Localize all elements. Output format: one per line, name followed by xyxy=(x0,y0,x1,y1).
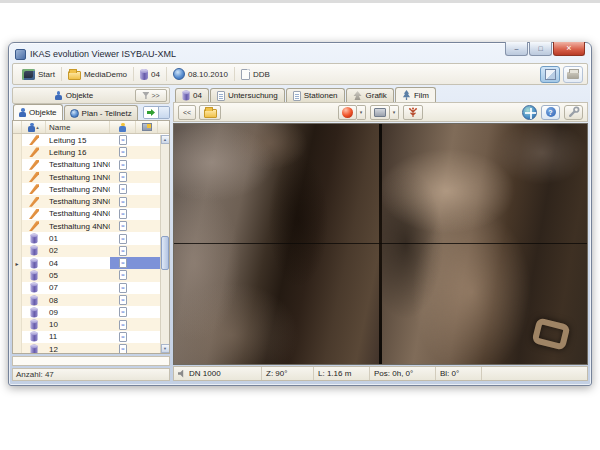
row-name[interactable]: 07 xyxy=(46,282,110,294)
table-row[interactable]: 10 xyxy=(13,318,160,330)
row-name[interactable]: Testhaltung 1NN01 xyxy=(46,159,110,171)
film-view[interactable] xyxy=(173,123,588,365)
table-row[interactable]: ▸04 xyxy=(13,257,160,269)
scrollbar-thumb[interactable] xyxy=(161,236,169,270)
tab-grafik[interactable]: Grafik xyxy=(346,88,394,102)
open-folder-button[interactable] xyxy=(199,105,221,120)
record-button[interactable] xyxy=(338,105,357,120)
row-selector-cell[interactable] xyxy=(13,343,22,353)
row-film-cell[interactable] xyxy=(110,134,136,146)
row-selector-cell[interactable] xyxy=(13,220,22,232)
display-dropdown-button[interactable]: ▾ xyxy=(390,105,399,120)
tab-film[interactable]: Film xyxy=(395,87,436,102)
row-selector-cell[interactable] xyxy=(13,245,22,257)
close-button[interactable]: × xyxy=(553,42,585,56)
tab-objekte[interactable]: Objekte xyxy=(13,104,63,120)
row-name[interactable]: 02 xyxy=(46,245,110,257)
row-selector-cell[interactable] xyxy=(13,294,22,306)
row-film-cell[interactable] xyxy=(110,282,136,294)
table-row[interactable]: 08 xyxy=(13,294,160,306)
record-dropdown-button[interactable]: ▾ xyxy=(357,105,366,120)
row-name[interactable]: Leitung 15 xyxy=(46,134,110,146)
row-name[interactable]: 11 xyxy=(46,331,110,343)
row-name[interactable]: Testhaltung 3NN01 xyxy=(46,195,110,207)
table-row[interactable]: 09 xyxy=(13,306,160,318)
row-name[interactable]: 10 xyxy=(46,318,110,330)
table-row[interactable]: Testhaltung 1NN01 xyxy=(13,159,160,171)
row-name[interactable]: 09 xyxy=(46,306,110,318)
table-row[interactable]: Testhaltung 1NN02 xyxy=(13,171,160,183)
row-film-cell[interactable] xyxy=(110,159,136,171)
header-name-column[interactable]: Name xyxy=(46,121,110,133)
row-film-cell[interactable] xyxy=(110,269,136,281)
row-name[interactable]: 01 xyxy=(46,232,110,244)
row-film-cell[interactable] xyxy=(110,146,136,158)
row-name[interactable]: Testhaltung 2NN01 xyxy=(46,183,110,195)
back-button[interactable]: << xyxy=(178,105,196,120)
row-selector-cell[interactable] xyxy=(13,306,22,318)
header-type-column[interactable]: ▴ xyxy=(22,121,46,133)
collapse-panel-button[interactable]: >> xyxy=(135,89,167,102)
apply-filter-button[interactable] xyxy=(143,106,170,119)
table-row[interactable]: Leitung 15 xyxy=(13,134,160,146)
network-view-button[interactable] xyxy=(403,105,423,120)
row-film-cell[interactable] xyxy=(110,257,136,269)
table-row[interactable]: Leitung 16 xyxy=(13,146,160,158)
row-selector-cell[interactable] xyxy=(13,318,22,330)
row-film-cell[interactable] xyxy=(110,318,136,330)
table-row[interactable]: 02 xyxy=(13,245,160,257)
row-selector-cell[interactable] xyxy=(13,195,22,207)
row-selector-cell[interactable] xyxy=(13,159,22,171)
table-row[interactable]: 11 xyxy=(13,331,160,343)
row-selector-cell[interactable] xyxy=(13,146,22,158)
row-selector-cell[interactable] xyxy=(13,208,22,220)
row-film-cell[interactable] xyxy=(110,195,136,207)
scrollbar-track[interactable] xyxy=(161,144,169,344)
row-selector-cell[interactable] xyxy=(13,331,22,343)
row-name[interactable]: Testhaltung 1NN02 xyxy=(46,171,110,183)
row-film-cell[interactable] xyxy=(110,208,136,220)
row-selector-cell[interactable] xyxy=(13,282,22,294)
row-name[interactable]: 05 xyxy=(46,269,110,281)
table-scrollbar[interactable]: ▲ ▼ xyxy=(160,135,169,353)
row-selector-cell[interactable] xyxy=(13,171,22,183)
row-name[interactable]: Leitung 16 xyxy=(46,146,110,158)
row-name[interactable]: 12 xyxy=(46,343,110,353)
settings-button[interactable] xyxy=(564,105,583,120)
filter-strip[interactable] xyxy=(12,356,170,366)
table-row[interactable]: Testhaltung 3NN01 xyxy=(13,195,160,207)
table-row[interactable]: Testhaltung 4NN02 xyxy=(13,220,160,232)
object-button[interactable]: 04 xyxy=(135,67,165,82)
header-inspection-column[interactable] xyxy=(110,121,136,133)
minimize-button[interactable]: – xyxy=(505,42,528,56)
media-panel-button[interactable] xyxy=(540,66,560,83)
scroll-up-icon[interactable]: ▲ xyxy=(161,135,170,144)
tab-untersuchung[interactable]: Untersuchung xyxy=(210,88,285,102)
row-film-cell[interactable] xyxy=(110,220,136,232)
row-film-cell[interactable] xyxy=(110,245,136,257)
table-row[interactable]: 07 xyxy=(13,282,160,294)
compass-icon[interactable] xyxy=(522,105,537,120)
table-row[interactable]: Testhaltung 4NN01 xyxy=(13,208,160,220)
start-button[interactable]: Start xyxy=(17,67,60,82)
date-button[interactable]: 08.10.2010 xyxy=(168,66,233,82)
header-film-column[interactable] xyxy=(136,121,158,133)
row-film-cell[interactable] xyxy=(110,232,136,244)
row-selector-cell[interactable] xyxy=(13,134,22,146)
row-selector-cell[interactable] xyxy=(13,232,22,244)
scroll-down-icon[interactable]: ▼ xyxy=(161,344,170,353)
table-row[interactable]: 12 xyxy=(13,343,160,353)
row-film-cell[interactable] xyxy=(110,294,136,306)
table-row[interactable]: Testhaltung 2NN01 xyxy=(13,183,160,195)
row-name[interactable]: Testhaltung 4NN01 xyxy=(46,208,110,220)
row-name[interactable]: 04 xyxy=(46,257,110,269)
table-row[interactable]: 05 xyxy=(13,269,160,281)
row-selector-cell[interactable]: ▸ xyxy=(13,257,22,269)
media-button[interactable]: MediaDemo xyxy=(63,67,132,82)
maximize-button[interactable]: □ xyxy=(529,42,552,56)
tab-plan-teilnetz[interactable]: Plan - Teilnetz xyxy=(64,105,138,120)
display-button[interactable] xyxy=(370,105,390,120)
row-selector-cell[interactable] xyxy=(13,269,22,281)
row-film-cell[interactable] xyxy=(110,331,136,343)
row-film-cell[interactable] xyxy=(110,343,136,353)
